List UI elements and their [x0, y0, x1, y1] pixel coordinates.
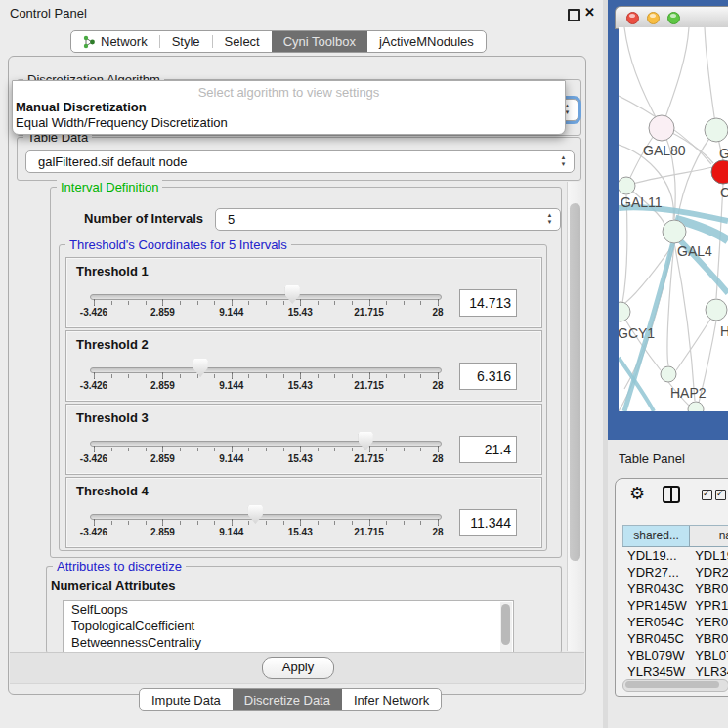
interval-definition-group: Interval Definition Number of Intervals …	[50, 187, 562, 558]
combo-stepper-icon	[559, 154, 568, 168]
main-scrollbar-thumb[interactable]	[570, 203, 580, 561]
table-data-group: Table Data galFiltered.sif default node	[17, 137, 581, 181]
slider-minor-ticks	[94, 374, 439, 378]
tick-label: 28	[432, 307, 443, 318]
close-traffic-light[interactable]	[626, 12, 639, 24]
panel-title: Control Panel	[10, 6, 87, 21]
tab-network[interactable]: Network	[71, 31, 159, 52]
close-icon[interactable]: ✕	[584, 5, 595, 20]
node-pink[interactable]	[649, 115, 674, 141]
table-horizontal-scrollbar-thumb[interactable]	[625, 681, 719, 688]
table-row[interactable]: YDR27... YDR27	[622, 564, 728, 580]
zoom-traffic-light[interactable]	[667, 12, 680, 24]
cyni-toolbox-content: Discretization Algorithm Table Data galF…	[8, 56, 586, 695]
column-header-name[interactable]: na	[690, 526, 728, 546]
slider-minor-ticks	[94, 301, 439, 305]
tick-label: 2.859	[150, 527, 175, 537]
tick-label: 15.43	[288, 453, 313, 464]
tab-infer-network[interactable]: Infer Network	[342, 689, 441, 710]
tick-label: 9.144	[219, 527, 243, 537]
tab-jactivemnodules[interactable]: jActiveMNodules	[367, 31, 486, 52]
table-row[interactable]: YER054C YER05	[622, 614, 728, 630]
table-header-row: shared... na	[622, 525, 728, 547]
node-red-selected[interactable]	[711, 160, 728, 184]
tick-label: 15.43	[288, 527, 313, 537]
tick-label: 9.144	[219, 380, 243, 391]
application-window: Control Panel ✕ Network	[0, 0, 728, 728]
table-row[interactable]: YBR043C YBR04	[622, 580, 728, 597]
threshold-3-value-field[interactable]: 21.4	[459, 436, 517, 463]
tick-label: 28	[432, 527, 443, 537]
node-gal11[interactable]	[619, 177, 635, 194]
table-data-value: galFiltered.sif default node	[38, 154, 187, 169]
main-scrollbar[interactable]	[567, 182, 582, 651]
network-window-titlebar[interactable]	[615, 6, 728, 29]
interval-definition-label: Interval Definition	[57, 180, 162, 194]
threshold-2-value-field[interactable]: 6.316	[459, 363, 517, 390]
slider-minor-ticks	[94, 521, 439, 525]
node-h[interactable]	[706, 299, 727, 321]
control-panel: Control Panel ✕ Network	[0, 0, 603, 728]
table-body: YDL19... YDL19 YDR27... YDR27 YBR043C YB…	[622, 547, 728, 681]
table-row[interactable]: YLR345W YLR34	[622, 664, 728, 680]
node-hap2[interactable]	[661, 366, 676, 382]
tab-select[interactable]: Select	[213, 31, 272, 52]
table-data-combobox[interactable]: galFiltered.sif default node	[25, 150, 575, 173]
dropdown-hint: Select algorithm to view settings	[13, 85, 565, 100]
threshold-4-value-field[interactable]: 11.344	[459, 509, 517, 536]
threshold-2-panel: Threshold 2 -3.426 2.859 9.144 15.43 21.…	[65, 330, 542, 402]
checkbox-icon[interactable]	[702, 490, 712, 500]
node-label-ga: GA	[719, 146, 728, 161]
table-panel-window: ⚙ shared... na YDL19... YDL19 YDR27... Y…	[615, 478, 728, 697]
tick-label: 28	[432, 453, 443, 464]
node-label-gal4: GAL4	[677, 243, 712, 259]
dropdown-item-manual-discretization[interactable]: Manual Discretization	[16, 100, 147, 114]
table-row[interactable]: YDL19... YDL19	[622, 547, 728, 564]
checkbox-icon[interactable]	[715, 490, 726, 500]
dropdown-item-equal-width-frequency[interactable]: Equal Width/Frequency Discretization	[16, 115, 228, 130]
tab-impute-data[interactable]: Impute Data	[140, 689, 233, 710]
tab-discretize-data[interactable]: Discretize Data	[233, 689, 342, 710]
tick-label: 28	[432, 380, 443, 391]
thresholds-group-label: Threshold's Coordinates for 5 Intervals	[65, 237, 291, 252]
gear-icon[interactable]: ⚙	[629, 483, 645, 504]
node-partial[interactable]	[688, 402, 704, 411]
attributes-group: Attributes to discretize Numerical Attri…	[46, 566, 562, 653]
threshold-3-label: Threshold 3	[76, 410, 149, 425]
list-item[interactable]: BetweennessCentrality	[64, 634, 513, 651]
threshold-4-panel: Threshold 4 -3.426 2.859 9.144 15.43 21.…	[65, 477, 542, 548]
number-of-intervals-combobox[interactable]: 5	[215, 208, 561, 231]
tab-style[interactable]: Style	[160, 31, 212, 52]
apply-button[interactable]: Apply	[262, 657, 334, 679]
list-item[interactable]: SelfLoops	[64, 601, 513, 618]
table-row[interactable]: YPR145W YPR14	[622, 597, 728, 614]
node-ga[interactable]	[705, 118, 728, 142]
node-gcy1[interactable]	[619, 302, 630, 321]
tick-label: -3.426	[80, 453, 107, 464]
threshold-3-panel: Threshold 3 -3.426 2.859 9.144 15.43 21.…	[65, 404, 542, 475]
minimize-traffic-light[interactable]	[647, 12, 660, 24]
tick-label: 21.715	[354, 453, 384, 464]
tab-cyni-toolbox[interactable]: Cyni Toolbox	[272, 31, 367, 52]
column-header-shared-name[interactable]: shared...	[622, 526, 690, 546]
tick-label: 21.715	[354, 380, 384, 391]
list-item[interactable]: TopologicalCoefficient	[64, 618, 513, 634]
apply-row: Apply	[10, 652, 584, 684]
bottom-tabstrip: Impute Data Discretize Data Infer Networ…	[139, 688, 442, 711]
table-row[interactable]: YBL079W YBL07	[622, 647, 728, 664]
network-canvas[interactable]: GAL80 GA C GAL11 GAL4 GCY1 H HAP2	[619, 27, 728, 411]
tick-label: 21.715	[354, 527, 384, 537]
numerical-attributes-label: Numerical Attributes	[51, 578, 175, 593]
threshold-1-panel: Threshold 1 -3.426 2.859 9.144 15.43 21.…	[65, 257, 542, 328]
list-scrollbar-thumb[interactable]	[501, 604, 510, 645]
node-gal4[interactable]	[663, 220, 686, 243]
split-columns-icon[interactable]	[663, 486, 680, 503]
threshold-4-label: Threshold 4	[76, 484, 149, 498]
threshold-1-label: Threshold 1	[76, 264, 149, 278]
threshold-1-value-field[interactable]: 14.713	[459, 289, 517, 317]
list-scrollbar[interactable]	[500, 602, 512, 655]
table-horizontal-scrollbar[interactable]	[622, 679, 728, 692]
table-row[interactable]: YBR045C YBR04	[622, 630, 728, 647]
float-window-icon[interactable]	[568, 9, 580, 21]
tick-label: 15.43	[288, 307, 313, 318]
